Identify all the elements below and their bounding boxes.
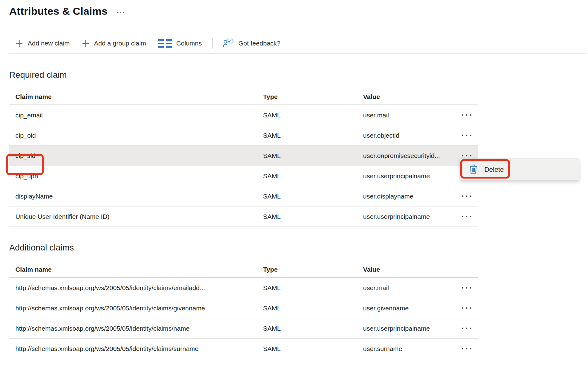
claim-type-cell: SAML — [263, 112, 363, 119]
row-context-menu: Delete — [460, 159, 579, 180]
claim-name-cell[interactable]: http://schemas.xmlsoap.org/ws/2005/05/id… — [9, 284, 263, 292]
claim-type-cell: SAML — [263, 152, 363, 159]
claim-type-cell: SAML — [263, 345, 363, 352]
got-feedback-label: Got feedback? — [238, 40, 281, 47]
delete-menu-item[interactable]: Delete — [469, 159, 504, 180]
column-header-claim-name: Claim name — [9, 266, 263, 273]
toolbar-divider — [212, 38, 213, 49]
table-row[interactable]: displayName SAML user.displayname — [9, 186, 478, 207]
claim-type-cell: SAML — [263, 305, 363, 312]
column-header-value: Value — [363, 266, 455, 273]
claim-name-cell[interactable]: http://schemas.xmlsoap.org/ws/2005/05/id… — [9, 325, 263, 332]
row-more-button[interactable] — [460, 111, 473, 119]
claim-name-cell[interactable]: cip_oid — [9, 132, 263, 139]
row-more-button[interactable] — [460, 213, 473, 220]
claim-value-cell: user.mail — [363, 112, 455, 119]
claim-value-cell: user.userprincipalname — [363, 213, 455, 220]
column-header-type: Type — [263, 93, 363, 100]
required-claims-table: Claim name Type Value cip_email SAML use… — [9, 89, 478, 227]
columns-button[interactable]: Columns — [152, 37, 208, 50]
table-row-selected[interactable]: cip_sid SAML user.onpremisesecurityid... — [9, 146, 478, 166]
columns-icon — [158, 39, 172, 48]
got-feedback-button[interactable]: Got feedback? — [217, 37, 286, 50]
page-header: Attributes & Claims — [0, 0, 588, 17]
claim-value-cell: user.userprincipalname — [363, 325, 455, 332]
row-more-button[interactable] — [460, 325, 473, 332]
toolbar-rule — [9, 53, 587, 54]
column-header-type: Type — [263, 266, 363, 273]
page-title: Attributes & Claims — [9, 5, 107, 17]
claim-name-cell[interactable]: cip_sid — [9, 152, 263, 159]
claim-value-cell: user.givenname — [363, 305, 455, 312]
delete-menu-label: Delete — [484, 166, 504, 174]
plus-icon — [82, 39, 90, 48]
table-row[interactable]: cip_upn SAML user.userprincipalname — [9, 166, 478, 186]
additional-claims-table: Claim name Type Value http://schemas.xml… — [9, 262, 478, 359]
additional-claims-heading: Additional claims — [9, 243, 588, 253]
table-row[interactable]: http://schemas.xmlsoap.org/ws/2005/05/id… — [9, 278, 478, 298]
row-more-button[interactable] — [460, 284, 473, 292]
claim-name-cell[interactable]: cip_email — [9, 112, 263, 119]
table-row[interactable]: http://schemas.xmlsoap.org/ws/2005/05/id… — [9, 339, 478, 359]
plus-icon — [15, 39, 23, 48]
table-row[interactable]: cip_oid SAML user.objectid — [9, 125, 478, 146]
required-claim-heading: Required claim — [9, 70, 588, 80]
row-more-button[interactable] — [460, 132, 473, 139]
claim-type-cell: SAML — [263, 213, 363, 220]
column-header-value: Value — [363, 93, 455, 100]
table-header-row: Claim name Type Value — [9, 262, 478, 278]
table-row[interactable]: http://schemas.xmlsoap.org/ws/2005/05/id… — [9, 318, 478, 339]
claim-value-cell: user.displayname — [363, 193, 455, 200]
row-more-button[interactable] — [460, 304, 473, 312]
claim-name-cell[interactable]: displayName — [9, 193, 263, 200]
command-bar: Add new claim Add a group claim Columns … — [9, 37, 588, 50]
feedback-icon — [223, 38, 234, 48]
trash-icon — [469, 164, 478, 175]
table-row[interactable]: Unique User Identifier (Name ID) SAML us… — [9, 207, 478, 227]
claim-value-cell: user.objectid — [363, 132, 455, 139]
claim-value-cell: user.mail — [363, 284, 455, 292]
column-header-claim-name: Claim name — [9, 93, 263, 100]
add-new-claim-button[interactable]: Add new claim — [9, 37, 76, 50]
add-new-claim-label: Add new claim — [28, 40, 70, 47]
claim-type-cell: SAML — [263, 325, 363, 332]
add-group-claim-button[interactable]: Add a group claim — [76, 37, 152, 50]
row-more-button[interactable] — [460, 345, 473, 352]
claim-name-cell[interactable]: cip_upn — [9, 172, 263, 180]
add-group-claim-label: Add a group claim — [94, 40, 146, 47]
table-header-row: Claim name Type Value — [9, 89, 478, 105]
claim-type-cell: SAML — [263, 132, 363, 139]
claim-type-cell: SAML — [263, 172, 363, 180]
claim-type-cell: SAML — [263, 193, 363, 200]
claim-value-cell: user.surname — [363, 345, 455, 352]
claim-value-cell: user.onpremisesecurityid... — [363, 152, 455, 159]
title-more-menu-icon[interactable] — [117, 9, 124, 13]
claim-value-cell: user.userprincipalname — [363, 172, 455, 180]
row-more-button[interactable] — [460, 192, 473, 200]
table-row[interactable]: http://schemas.xmlsoap.org/ws/2005/05/id… — [9, 298, 478, 318]
claim-name-cell[interactable]: http://schemas.xmlsoap.org/ws/2005/05/id… — [9, 305, 263, 312]
claim-name-cell[interactable]: Unique User Identifier (Name ID) — [9, 213, 263, 220]
claim-name-cell[interactable]: http://schemas.xmlsoap.org/ws/2005/05/id… — [9, 345, 263, 352]
columns-label: Columns — [176, 40, 202, 47]
claim-type-cell: SAML — [263, 284, 363, 292]
table-row[interactable]: cip_email SAML user.mail — [9, 105, 478, 125]
